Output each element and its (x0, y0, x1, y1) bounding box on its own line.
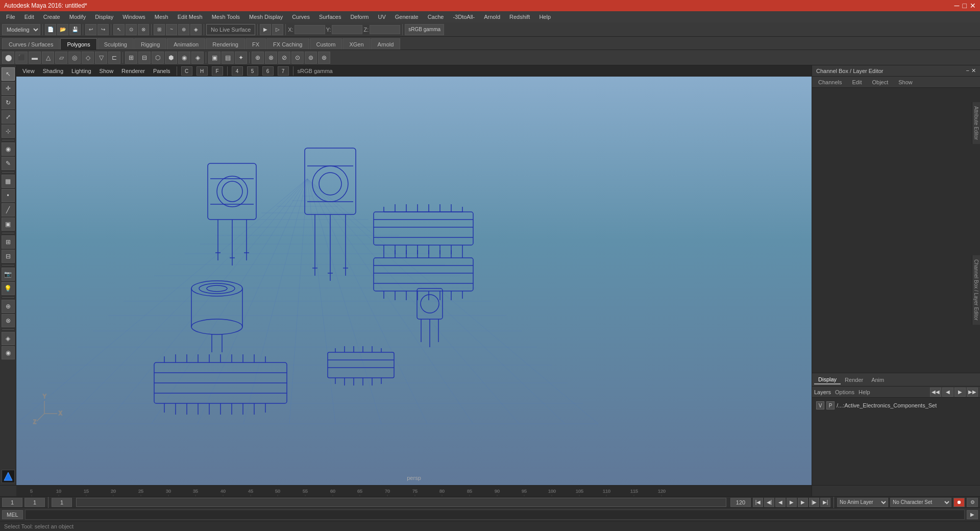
menu-create[interactable]: Create (39, 13, 64, 21)
layer-next-btn[interactable]: ▶▶ (967, 388, 978, 397)
render-layer-btn[interactable]: ⊗ (2, 314, 15, 327)
cone-icon-btn[interactable]: △ (42, 52, 54, 64)
minimize-btn[interactable]: ─ (954, 2, 960, 10)
all-xform-btn[interactable]: ⊹ (2, 125, 15, 138)
close-btn[interactable]: ✕ (970, 2, 976, 10)
vp-light-btn[interactable]: 7 (278, 66, 289, 76)
transport-play-fwd[interactable]: ▶ (787, 498, 797, 507)
range-slider[interactable] (76, 498, 726, 507)
tab-fx[interactable]: FX (246, 38, 266, 50)
vp-fit-btn[interactable]: F (212, 66, 223, 76)
transport-prev-frame[interactable]: ◀ (775, 498, 786, 507)
layer-fwd-btn[interactable]: ▶ (954, 388, 966, 397)
vp-shaded-btn[interactable]: 5 (247, 66, 258, 76)
vp-textured-btn[interactable]: 6 (262, 66, 274, 76)
snap-mode-btn[interactable]: ⊞ (2, 235, 15, 249)
menu-redshift[interactable]: Redshift (505, 13, 534, 21)
menu-windows[interactable]: Windows (118, 13, 150, 21)
lasso-btn[interactable]: ⊙ (126, 24, 137, 35)
layer-playback-btn[interactable]: P (826, 401, 835, 409)
vp-wireframe-btn[interactable]: 4 (232, 66, 243, 76)
cb-tab-channels[interactable]: Channels (816, 78, 844, 86)
ipr-btn[interactable]: ▷ (272, 24, 283, 35)
paint-weights-btn[interactable]: ✎ (2, 157, 15, 170)
separate-btn[interactable]: ⊟ (138, 52, 151, 64)
cube-icon-btn[interactable]: ⬛ (15, 52, 28, 64)
layer-tab-display[interactable]: Display (814, 375, 841, 384)
select-tool-btn[interactable]: ↖ (2, 67, 15, 81)
mode-select[interactable]: Modeling (2, 24, 40, 35)
display-layer-btn[interactable]: ⊕ (2, 300, 15, 313)
tool6-btn[interactable]: ⊛ (318, 52, 330, 64)
transport-prev-key[interactable]: ◀| (764, 498, 774, 507)
tool3-btn[interactable]: ⊘ (278, 52, 290, 64)
y-field[interactable] (332, 25, 362, 34)
z-field[interactable] (370, 25, 400, 34)
gamma-btn[interactable]: sRGB gamma (405, 24, 444, 35)
grid-btn[interactable]: ⊟ (2, 250, 15, 263)
layer-visibility-btn[interactable]: V (816, 401, 824, 409)
range-end-input[interactable] (730, 498, 751, 507)
cb-minimize-btn[interactable]: − (966, 67, 969, 74)
viewport[interactable]: View Shading Lighting Show Renderer Pane… (16, 65, 812, 485)
menu-arnold[interactable]: Arnold (480, 13, 504, 21)
range-track[interactable] (74, 498, 728, 507)
prefs-btn[interactable]: ⚙ (967, 498, 978, 507)
menu-file[interactable]: File (2, 13, 19, 21)
tab-animation[interactable]: Animation (167, 38, 205, 50)
channel-box-layer-editor-tab[interactable]: Channel Box / Layer Editor (972, 255, 980, 325)
combine-btn[interactable]: ⊞ (125, 52, 137, 64)
layer-back-btn[interactable]: ◀ (942, 388, 953, 397)
snap-grid-btn[interactable]: ⊞ (154, 24, 165, 35)
vp-view-menu[interactable]: View (20, 67, 37, 75)
tab-rigging[interactable]: Rigging (134, 38, 166, 50)
tab-arnold[interactable]: Arnold (371, 38, 401, 50)
snap-point-btn[interactable]: ⊕ (178, 24, 189, 35)
pyramid-icon-btn[interactable]: ▽ (95, 52, 107, 64)
tool2-btn[interactable]: ⊗ (265, 52, 277, 64)
tab-polygons[interactable]: Polygons (60, 38, 96, 50)
mel-run-btn[interactable]: ▶ (967, 510, 978, 519)
timeline-track[interactable]: 5 10 15 20 25 30 35 40 45 50 55 60 65 70… (16, 486, 812, 496)
layer-subtab-layers[interactable]: Layers (814, 389, 831, 395)
plane-icon-btn[interactable]: ▱ (55, 52, 67, 64)
menu-curves[interactable]: Curves (288, 13, 314, 21)
current-frame-input[interactable] (24, 498, 45, 507)
maya-logo[interactable] (2, 470, 15, 483)
camera-btn[interactable]: 📷 (2, 268, 15, 281)
menu-help[interactable]: Help (535, 13, 555, 21)
tab-custom[interactable]: Custom (310, 38, 342, 50)
vp-home-btn[interactable]: H (197, 66, 208, 76)
undo-btn[interactable]: ↩ (85, 24, 96, 35)
vp-panels-menu[interactable]: Panels (151, 67, 173, 75)
no-live-surface-btn[interactable]: No Live Surface (206, 24, 255, 35)
layer-subtab-options[interactable]: Options (835, 389, 854, 395)
menu-edit-mesh[interactable]: Edit Mesh (174, 13, 207, 21)
layer-prev-btn[interactable]: ◀◀ (930, 388, 941, 397)
cb-close-btn[interactable]: ✕ (971, 67, 976, 74)
menu-modify[interactable]: Modify (65, 13, 90, 21)
sphere-icon-btn[interactable]: ⬤ (2, 52, 14, 64)
sub-frame-input[interactable] (52, 498, 72, 507)
edge-mode-btn[interactable]: ╱ (2, 203, 15, 216)
cb-tab-object[interactable]: Object (870, 78, 890, 86)
anim-layer-select[interactable]: No Anim Layer (837, 498, 888, 507)
transport-go-start[interactable]: |◀ (753, 498, 763, 507)
select-btn[interactable]: ↖ (113, 24, 125, 35)
title-bar-controls[interactable]: ─ □ ✕ (954, 2, 976, 10)
tool1-btn[interactable]: ⊕ (252, 52, 264, 64)
transport-go-end[interactable]: ▶| (820, 498, 830, 507)
menu-display[interactable]: Display (91, 13, 117, 21)
open-btn[interactable]: 📂 (57, 24, 68, 35)
layer-tab-anim[interactable]: Anim (867, 376, 888, 384)
redo-btn[interactable]: ↪ (97, 24, 109, 35)
mel-tab[interactable]: MEL (2, 510, 23, 519)
rotate-tool-btn[interactable]: ↻ (2, 96, 15, 109)
bevel-btn[interactable]: ◈ (191, 52, 204, 64)
char-set-select[interactable]: No Character Set (890, 498, 951, 507)
tool4-btn[interactable]: ⊙ (291, 52, 304, 64)
menu-surfaces[interactable]: Surfaces (315, 13, 345, 21)
scale-tool-btn[interactable]: ⤢ (2, 110, 15, 124)
uv-btn[interactable]: ◉ (2, 346, 15, 359)
menu-deform[interactable]: Deform (346, 13, 373, 21)
